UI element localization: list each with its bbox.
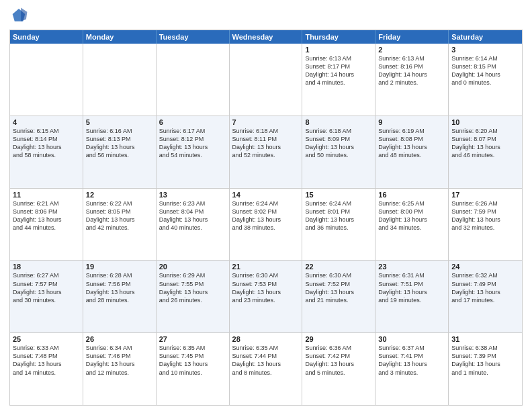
- day-number-11: 11: [13, 191, 80, 199]
- day-number-30: 30: [378, 335, 445, 343]
- day-cell-30: 30Sunrise: 6:37 AM Sunset: 7:41 PM Dayli…: [375, 333, 449, 405]
- week-row-1: 1Sunrise: 6:13 AM Sunset: 8:17 PM Daylig…: [10, 44, 522, 116]
- day-number-18: 18: [13, 263, 80, 271]
- calendar: SundayMondayTuesdayWednesdayThursdayFrid…: [9, 30, 523, 406]
- day-number-5: 5: [86, 118, 153, 126]
- day-info-28: Sunrise: 6:35 AM Sunset: 7:44 PM Dayligh…: [232, 344, 300, 377]
- svg-marker-1: [21, 8, 27, 21]
- day-cell-28: 28Sunrise: 6:35 AM Sunset: 7:44 PM Dayli…: [230, 333, 303, 405]
- day-info-22: Sunrise: 6:30 AM Sunset: 7:52 PM Dayligh…: [305, 271, 372, 304]
- day-cell-26: 26Sunrise: 6:34 AM Sunset: 7:46 PM Dayli…: [83, 333, 157, 405]
- header-day-sunday: Sunday: [10, 30, 83, 44]
- calendar-body: 1Sunrise: 6:13 AM Sunset: 8:17 PM Daylig…: [10, 44, 522, 405]
- day-cell-5: 5Sunrise: 6:16 AM Sunset: 8:13 PM Daylig…: [83, 116, 157, 188]
- day-cell-14: 14Sunrise: 6:24 AM Sunset: 8:02 PM Dayli…: [230, 189, 303, 261]
- day-number-22: 22: [305, 263, 372, 271]
- header-day-saturday: Saturday: [449, 30, 522, 44]
- day-number-9: 9: [378, 118, 445, 126]
- week-row-4: 18Sunrise: 6:27 AM Sunset: 7:57 PM Dayli…: [10, 260, 522, 332]
- day-info-12: Sunrise: 6:22 AM Sunset: 8:05 PM Dayligh…: [86, 199, 153, 232]
- day-number-24: 24: [451, 263, 519, 271]
- empty-cell-0-3: [230, 44, 303, 116]
- week-row-5: 25Sunrise: 6:33 AM Sunset: 7:48 PM Dayli…: [10, 332, 522, 405]
- day-cell-6: 6Sunrise: 6:17 AM Sunset: 8:12 PM Daylig…: [157, 116, 230, 188]
- week-row-2: 4Sunrise: 6:15 AM Sunset: 8:14 PM Daylig…: [10, 116, 522, 188]
- day-cell-24: 24Sunrise: 6:32 AM Sunset: 7:49 PM Dayli…: [449, 261, 522, 332]
- day-info-20: Sunrise: 6:29 AM Sunset: 7:55 PM Dayligh…: [159, 271, 226, 304]
- day-cell-8: 8Sunrise: 6:18 AM Sunset: 8:09 PM Daylig…: [302, 116, 375, 188]
- day-info-26: Sunrise: 6:34 AM Sunset: 7:46 PM Dayligh…: [86, 344, 153, 377]
- day-number-17: 17: [451, 191, 519, 199]
- day-number-20: 20: [159, 263, 226, 271]
- day-number-21: 21: [232, 263, 300, 271]
- day-cell-19: 19Sunrise: 6:28 AM Sunset: 7:56 PM Dayli…: [83, 261, 157, 332]
- header-day-tuesday: Tuesday: [157, 30, 230, 44]
- day-number-31: 31: [451, 335, 519, 343]
- day-number-25: 25: [13, 335, 80, 343]
- day-cell-3: 3Sunrise: 6:14 AM Sunset: 8:15 PM Daylig…: [449, 44, 522, 116]
- day-info-7: Sunrise: 6:18 AM Sunset: 8:11 PM Dayligh…: [232, 127, 300, 160]
- day-number-27: 27: [159, 335, 226, 343]
- day-cell-12: 12Sunrise: 6:22 AM Sunset: 8:05 PM Dayli…: [83, 189, 157, 261]
- header: [9, 7, 523, 26]
- header-day-monday: Monday: [83, 30, 157, 44]
- day-number-26: 26: [86, 335, 153, 343]
- day-info-13: Sunrise: 6:23 AM Sunset: 8:04 PM Dayligh…: [159, 199, 226, 232]
- day-number-28: 28: [232, 335, 300, 343]
- day-info-8: Sunrise: 6:18 AM Sunset: 8:09 PM Dayligh…: [305, 127, 372, 160]
- day-info-15: Sunrise: 6:24 AM Sunset: 8:01 PM Dayligh…: [305, 199, 372, 232]
- day-info-31: Sunrise: 6:38 AM Sunset: 7:39 PM Dayligh…: [451, 344, 519, 377]
- day-info-25: Sunrise: 6:33 AM Sunset: 7:48 PM Dayligh…: [13, 344, 80, 377]
- day-number-6: 6: [159, 118, 226, 126]
- day-info-11: Sunrise: 6:21 AM Sunset: 8:06 PM Dayligh…: [13, 199, 80, 232]
- day-info-19: Sunrise: 6:28 AM Sunset: 7:56 PM Dayligh…: [86, 271, 153, 304]
- day-info-24: Sunrise: 6:32 AM Sunset: 7:49 PM Dayligh…: [451, 271, 519, 304]
- day-cell-17: 17Sunrise: 6:26 AM Sunset: 7:59 PM Dayli…: [449, 189, 522, 261]
- day-number-16: 16: [378, 191, 445, 199]
- day-info-1: Sunrise: 6:13 AM Sunset: 8:17 PM Dayligh…: [305, 54, 372, 87]
- day-number-12: 12: [86, 191, 153, 199]
- day-cell-15: 15Sunrise: 6:24 AM Sunset: 8:01 PM Dayli…: [302, 189, 375, 261]
- day-cell-29: 29Sunrise: 6:36 AM Sunset: 7:42 PM Dayli…: [302, 333, 375, 405]
- day-cell-22: 22Sunrise: 6:30 AM Sunset: 7:52 PM Dayli…: [302, 261, 375, 332]
- day-number-10: 10: [451, 118, 519, 126]
- day-number-1: 1: [305, 46, 372, 54]
- day-cell-7: 7Sunrise: 6:18 AM Sunset: 8:11 PM Daylig…: [230, 116, 303, 188]
- day-cell-4: 4Sunrise: 6:15 AM Sunset: 8:14 PM Daylig…: [10, 116, 83, 188]
- day-cell-2: 2Sunrise: 6:13 AM Sunset: 8:16 PM Daylig…: [375, 44, 449, 116]
- header-day-thursday: Thursday: [302, 30, 375, 44]
- empty-cell-0-2: [157, 44, 230, 116]
- day-cell-21: 21Sunrise: 6:30 AM Sunset: 7:53 PM Dayli…: [230, 261, 303, 332]
- day-cell-31: 31Sunrise: 6:38 AM Sunset: 7:39 PM Dayli…: [449, 333, 522, 405]
- day-info-21: Sunrise: 6:30 AM Sunset: 7:53 PM Dayligh…: [232, 271, 300, 304]
- day-info-29: Sunrise: 6:36 AM Sunset: 7:42 PM Dayligh…: [305, 344, 372, 377]
- day-cell-25: 25Sunrise: 6:33 AM Sunset: 7:48 PM Dayli…: [10, 333, 83, 405]
- day-cell-9: 9Sunrise: 6:19 AM Sunset: 8:08 PM Daylig…: [375, 116, 449, 188]
- day-number-19: 19: [86, 263, 153, 271]
- header-day-friday: Friday: [375, 30, 449, 44]
- day-info-2: Sunrise: 6:13 AM Sunset: 8:16 PM Dayligh…: [378, 54, 445, 87]
- day-number-23: 23: [378, 263, 445, 271]
- day-info-17: Sunrise: 6:26 AM Sunset: 7:59 PM Dayligh…: [451, 199, 519, 232]
- day-info-3: Sunrise: 6:14 AM Sunset: 8:15 PM Dayligh…: [451, 54, 519, 87]
- day-info-18: Sunrise: 6:27 AM Sunset: 7:57 PM Dayligh…: [13, 271, 80, 304]
- empty-cell-0-1: [83, 44, 157, 116]
- day-info-16: Sunrise: 6:25 AM Sunset: 8:00 PM Dayligh…: [378, 199, 445, 232]
- day-cell-23: 23Sunrise: 6:31 AM Sunset: 7:51 PM Dayli…: [375, 261, 449, 332]
- day-number-29: 29: [305, 335, 372, 343]
- day-info-14: Sunrise: 6:24 AM Sunset: 8:02 PM Dayligh…: [232, 199, 300, 232]
- day-info-4: Sunrise: 6:15 AM Sunset: 8:14 PM Dayligh…: [13, 127, 80, 160]
- day-number-8: 8: [305, 118, 372, 126]
- logo-icon: [9, 7, 28, 26]
- page: SundayMondayTuesdayWednesdayThursdayFrid…: [0, 0, 532, 411]
- day-cell-13: 13Sunrise: 6:23 AM Sunset: 8:04 PM Dayli…: [157, 189, 230, 261]
- day-cell-1: 1Sunrise: 6:13 AM Sunset: 8:17 PM Daylig…: [302, 44, 375, 116]
- week-row-3: 11Sunrise: 6:21 AM Sunset: 8:06 PM Dayli…: [10, 188, 522, 261]
- day-cell-10: 10Sunrise: 6:20 AM Sunset: 8:07 PM Dayli…: [449, 116, 522, 188]
- day-number-2: 2: [378, 46, 445, 54]
- header-day-wednesday: Wednesday: [230, 30, 303, 44]
- day-number-4: 4: [13, 118, 80, 126]
- day-info-30: Sunrise: 6:37 AM Sunset: 7:41 PM Dayligh…: [378, 344, 445, 377]
- day-number-13: 13: [159, 191, 226, 199]
- day-info-10: Sunrise: 6:20 AM Sunset: 8:07 PM Dayligh…: [451, 127, 519, 160]
